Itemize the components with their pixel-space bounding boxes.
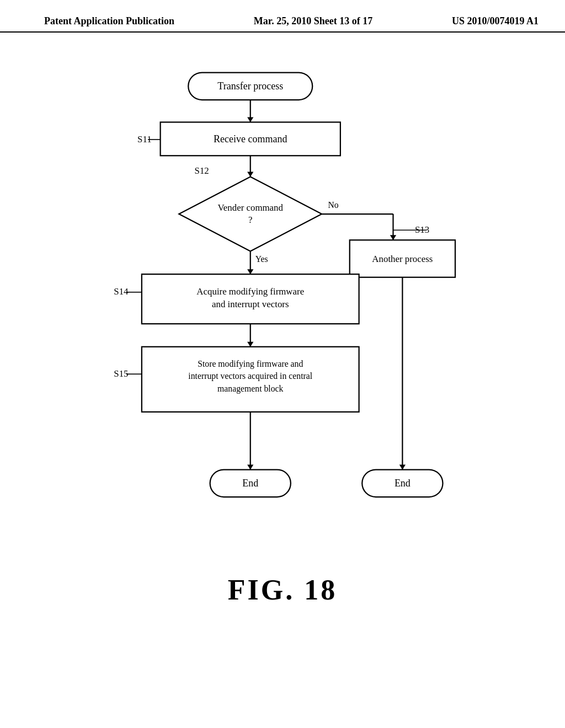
svg-text:Another process: Another process bbox=[372, 254, 433, 264]
figure-label: FIG. 18 bbox=[228, 574, 337, 606]
patent-number: US 2010/0074019 A1 bbox=[452, 15, 539, 27]
page-header: Patent Application Publication Mar. 25, … bbox=[0, 0, 565, 33]
svg-marker-9 bbox=[247, 172, 253, 177]
svg-text:S14: S14 bbox=[114, 286, 129, 297]
svg-text:No: No bbox=[328, 200, 338, 210]
svg-text:interrupt vectors acquired in : interrupt vectors acquired in central bbox=[188, 371, 312, 381]
svg-text:End: End bbox=[395, 478, 411, 489]
svg-text:and interrupt vectors: and interrupt vectors bbox=[212, 299, 289, 309]
svg-text:Store modifying firmware and: Store modifying firmware and bbox=[198, 359, 303, 369]
svg-marker-3 bbox=[247, 117, 253, 122]
sheet-info: Mar. 25, 2010 Sheet 13 of 17 bbox=[254, 15, 372, 27]
svg-text:S13: S13 bbox=[415, 224, 429, 235]
svg-marker-23 bbox=[399, 465, 406, 470]
svg-marker-33 bbox=[247, 342, 253, 347]
svg-text:management block: management block bbox=[217, 384, 284, 394]
svg-text:S15: S15 bbox=[114, 368, 128, 379]
svg-text:Yes: Yes bbox=[255, 254, 268, 264]
svg-text:Transfer process: Transfer process bbox=[217, 81, 283, 92]
svg-text:S11: S11 bbox=[137, 134, 152, 144]
svg-text:?: ? bbox=[248, 215, 252, 225]
svg-marker-17 bbox=[390, 235, 396, 240]
svg-text:End: End bbox=[242, 478, 258, 489]
diagram-area: Transfer process S11 Receive command S12… bbox=[0, 33, 565, 639]
svg-text:S12: S12 bbox=[195, 165, 209, 176]
svg-text:Acquire modifying firmware: Acquire modifying firmware bbox=[196, 286, 304, 297]
svg-text:Receive command: Receive command bbox=[214, 133, 287, 144]
svg-marker-26 bbox=[247, 269, 253, 274]
flowchart-svg: Transfer process S11 Receive command S12… bbox=[44, 60, 519, 556]
svg-text:Vender command: Vender command bbox=[218, 202, 284, 213]
svg-marker-41 bbox=[247, 465, 253, 470]
publication-label: Patent Application Publication bbox=[44, 15, 174, 27]
